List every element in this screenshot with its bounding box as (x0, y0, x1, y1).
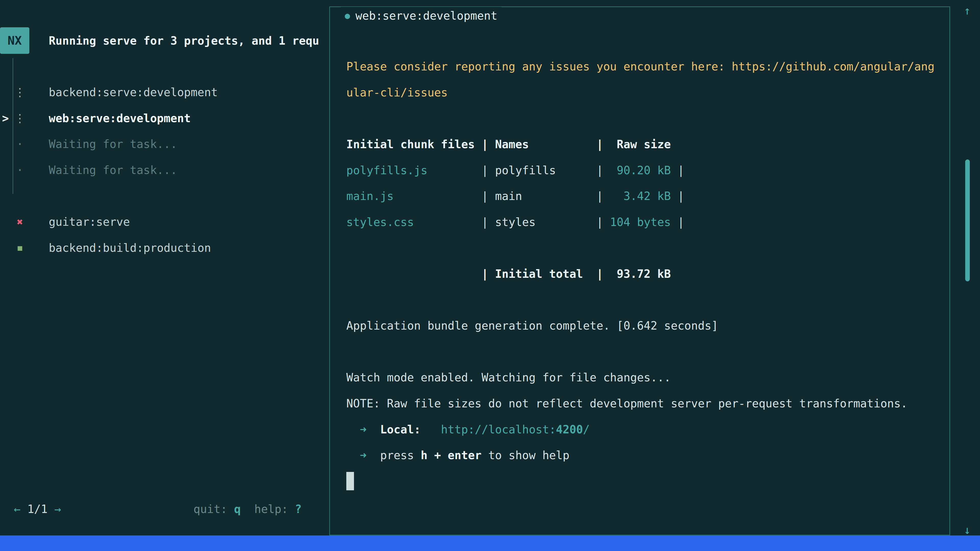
pipe: | (482, 138, 495, 151)
page-next-icon[interactable]: → (54, 503, 61, 516)
help-hint-label: help: (254, 503, 295, 516)
spinner-icon: ⋮ (13, 112, 27, 125)
help-key: ? (295, 503, 302, 516)
sidebar-title: Running serve for 3 projects, and 1 requ (49, 27, 319, 54)
task-output-panel: ● web:serve:development Please consider … (329, 6, 950, 535)
pipe: | (482, 189, 495, 203)
chunk-row: polyfills.js|polyfills|90.20 kB| (346, 157, 939, 183)
waiting-dot-icon: · (13, 164, 27, 176)
arrow-icon: ➜ (360, 423, 367, 436)
spinner-icon: ⋮ (13, 86, 27, 99)
pipe: | (597, 267, 610, 280)
pipe: | (482, 164, 495, 177)
blank-line (346, 287, 939, 313)
task-row-waiting-2[interactable]: · Waiting for task... (0, 157, 324, 183)
chunk-name: main (495, 189, 597, 203)
url-prefix: http://localhost: (441, 423, 556, 436)
task-row-waiting-1[interactable]: · Waiting for task... (0, 131, 324, 157)
chunk-table-header: Initial chunk files|Names|Raw size (346, 131, 939, 157)
pipe: | (597, 189, 610, 203)
blank-line (346, 235, 939, 261)
notice-line-1: Please consider reporting any issues you… (346, 54, 939, 79)
scrollbar-thumb[interactable] (965, 159, 970, 281)
header-size: Raw size (610, 138, 671, 151)
task-label: backend:serve:development (49, 86, 218, 99)
chunk-name: polyfills (495, 164, 597, 177)
local-url-line: ➜ Local: http://localhost:4200/ (346, 416, 939, 442)
pipe: | (482, 267, 495, 280)
header-files: Initial chunk files (346, 138, 482, 151)
running-dot-icon: ● (345, 11, 350, 21)
pipe: | (671, 164, 684, 177)
task-row-backend-build[interactable]: ■ backend:build:production (0, 235, 324, 261)
panel-title-text: web:serve:development (355, 9, 497, 22)
pipe: | (671, 216, 684, 229)
bundle-complete-line: Application bundle generation complete. … (346, 313, 939, 339)
task-label: backend:build:production (49, 241, 211, 254)
blank-row (0, 183, 324, 209)
task-row-web-serve[interactable]: > ⋮ web:serve:development (0, 105, 324, 131)
scroll-down-icon[interactable]: ↓ (959, 524, 976, 537)
page-indicator: 1/1 (27, 503, 48, 516)
task-label: guitar:serve (49, 215, 130, 228)
notice-line-2: ular-cli/issues (346, 79, 939, 106)
scroll-up-icon[interactable]: ↑ (959, 4, 976, 17)
success-square-icon: ■ (13, 243, 27, 252)
pipe: | (597, 216, 610, 229)
quit-key: q (234, 503, 241, 516)
pipe: | (671, 189, 684, 203)
chunk-size: 104 bytes (610, 216, 671, 229)
error-cross-icon: ✖ (13, 216, 27, 228)
terminal-cursor (346, 472, 354, 490)
task-row-guitar-serve[interactable]: ✖ guitar:serve (0, 209, 324, 235)
page-prev-icon[interactable]: ← (14, 503, 21, 516)
pipe: | (482, 216, 495, 229)
task-label: web:serve:development (49, 112, 191, 125)
task-label: Waiting for task... (49, 164, 177, 176)
note-line: NOTE: Raw file sizes do not reflect deve… (346, 391, 939, 416)
help-keys: h + enter (421, 449, 481, 462)
local-url[interactable]: http://localhost:4200/ (441, 423, 590, 436)
pipe: | (597, 138, 610, 151)
arrow-icon: ➜ (360, 449, 367, 462)
cursor-line (346, 468, 939, 494)
total-label: Initial total (495, 267, 597, 280)
task-row-backend-serve[interactable]: ⋮ backend:serve:development (0, 79, 324, 105)
total-row: |Initial total|93.72 kB (346, 261, 939, 287)
chunk-file: main.js (346, 189, 482, 203)
chunk-size: 3.42 kB (610, 189, 671, 203)
help-post-text: to show help (482, 449, 570, 462)
chunk-file: styles.css (346, 216, 482, 229)
chunk-row: styles.css|styles|104 bytes| (346, 209, 939, 235)
waiting-dot-icon: · (13, 138, 27, 151)
url-suffix: / (583, 423, 590, 436)
local-label: Local: (380, 423, 421, 436)
panel-content: Please consider reporting any issues you… (346, 54, 939, 494)
panel-title: ● web:serve:development (341, 7, 501, 24)
key-hints: quit: q help: ? (193, 496, 302, 522)
pagination: ← 1/1 → (14, 496, 61, 522)
pipe: | (597, 164, 610, 177)
blank-line (346, 105, 939, 131)
task-label: Waiting for task... (49, 138, 177, 151)
quit-hint-label: quit: (193, 503, 234, 516)
selected-caret-icon: > (2, 112, 9, 125)
task-list: ⋮ backend:serve:development > ⋮ web:serv… (0, 79, 324, 261)
total-size: 93.72 kB (610, 267, 671, 280)
help-line: ➜ press h + enter to show help (346, 442, 939, 468)
watch-mode-line: Watch mode enabled. Watching for file ch… (346, 365, 939, 391)
header-names: Names (495, 138, 597, 151)
bottom-status-bar (0, 535, 980, 551)
chunk-size: 90.20 kB (610, 164, 671, 177)
hint-spacer (241, 503, 254, 516)
blank-line (346, 339, 939, 365)
url-port: 4200 (556, 423, 583, 436)
chunk-file: polyfills.js (346, 164, 482, 177)
chunk-row: main.js|main|3.42 kB| (346, 183, 939, 209)
help-pre-text: press (380, 449, 421, 462)
nx-logo: NX (0, 27, 29, 54)
chunk-name: styles (495, 216, 597, 229)
